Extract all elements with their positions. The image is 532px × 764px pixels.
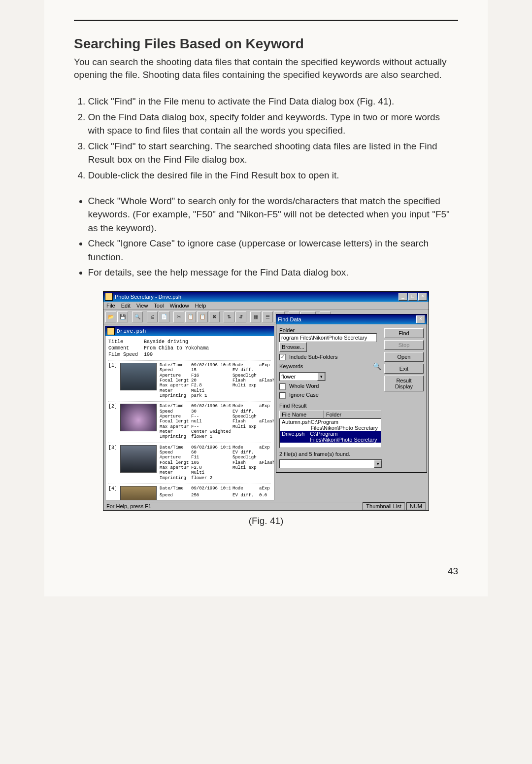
toolbar-print-icon[interactable]: 🖨: [147, 312, 158, 322]
meta-cell: Mode: [233, 445, 257, 450]
browse-button[interactable]: Browse...: [279, 342, 307, 352]
meta-cell: Focal length: [160, 460, 189, 465]
toolbar-list-icon[interactable]: ☰: [262, 312, 273, 322]
page-rule: [74, 20, 458, 21]
minimize-button[interactable]: _: [399, 293, 407, 301]
meta-cell: aExp: [259, 486, 274, 493]
toolbar-open-icon[interactable]: 📂: [105, 312, 116, 322]
steps-list: Click "Find" in the File menu to activat…: [74, 95, 458, 182]
meta-cell: F16: [191, 373, 231, 378]
include-subfolders-checkbox[interactable]: ✓: [279, 354, 286, 360]
toolbar-preview-icon[interactable]: 📄: [159, 312, 169, 322]
toolbar-cut-icon[interactable]: ✂: [173, 312, 184, 322]
toolbar-sort-rev-icon[interactable]: ⇵: [235, 312, 246, 322]
meta-cell: Multi: [191, 388, 231, 393]
menu-window[interactable]: Window: [170, 303, 189, 309]
chevron-down-icon[interactable]: ▾: [317, 373, 325, 381]
keywords-value: flower: [280, 373, 317, 381]
meta-cell: Speed: [160, 409, 189, 414]
thumbnail-image[interactable]: [120, 445, 157, 473]
exit-button[interactable]: Exit: [384, 364, 424, 374]
meta-cell: Imprinting: [160, 434, 189, 439]
list-item[interactable]: Autumn.psh C:\Program Files\Nikon\Photo …: [280, 419, 381, 431]
meta-cell: F--: [191, 424, 231, 429]
whole-word-label: Whole Word: [289, 383, 319, 389]
meta-cell: Aperture: [160, 455, 189, 460]
include-subfolders-label: Include Sub-Folders: [289, 354, 337, 360]
step-item: On the Find Data dialog box, specify fol…: [88, 110, 459, 138]
find-close-button[interactable]: ×: [416, 315, 425, 323]
find-button[interactable]: Find: [384, 328, 424, 338]
ignore-case-checkbox[interactable]: [279, 392, 286, 399]
menu-file[interactable]: File: [106, 303, 115, 309]
meta-cell: Aperture: [160, 373, 189, 378]
meta-cell: [259, 373, 274, 378]
meta-cell: EV diff.: [233, 409, 257, 414]
thumbnail-row[interactable]: [4]Date/Time09/02/1996 10:13:00ModeaExpS…: [108, 484, 271, 500]
meta-cell: Mode: [233, 486, 257, 493]
menu-edit[interactable]: Edit: [121, 303, 131, 309]
thumb-meta: Date/Time09/02/1996 10:10:00ModeaExpSpee…: [160, 445, 274, 481]
status-numlock: NUM: [406, 502, 426, 510]
toolbar-thumb-icon[interactable]: ▦: [250, 312, 261, 322]
status-bar: For Help, press F1 Thumbnail List NUM: [103, 502, 429, 510]
open-button[interactable]: Open: [384, 352, 424, 362]
list-item[interactable]: Drive.psh C:\Program Files\Nikon\Photo S…: [280, 431, 381, 443]
toolbar-save-icon[interactable]: 💾: [117, 312, 128, 322]
thumbnail-row[interactable]: [1]Date/Time09/02/1996 10:02:00ModeaExpS…: [108, 360, 271, 398]
toolbar-copy-icon[interactable]: 📋: [185, 312, 196, 322]
menu-help[interactable]: Help: [195, 303, 206, 309]
result-list[interactable]: Autumn.psh C:\Program Files\Nikon\Photo …: [279, 418, 381, 448]
meta-cell: Flash: [233, 460, 257, 465]
ignore-case-label: Ignore Case: [289, 392, 319, 398]
meta-cell: Speedlight: [233, 373, 257, 378]
meta-cell: [259, 388, 274, 393]
folder-input[interactable]: rogram Files\Nikon\Photo Secretary 2\Sam…: [279, 333, 377, 342]
note-item: Check "Ignore Case" to ignore case (uppe…: [88, 237, 459, 264]
menu-view[interactable]: View: [136, 303, 148, 309]
hdr-speed-label: Film Speed: [108, 352, 144, 357]
keywords-combo[interactable]: flower ▾: [279, 372, 326, 381]
document-pane: Drive.psh TitleBayside driving CommentFr…: [105, 326, 274, 500]
thumbnail-row[interactable]: [2]Date/Time09/02/1996 10:08:00ModeaExpS…: [108, 401, 271, 439]
meta-cell: [259, 424, 274, 429]
meta-cell: [233, 388, 257, 393]
thumbnail-image[interactable]: [120, 486, 157, 500]
col-folder[interactable]: Folder: [324, 411, 381, 418]
thumb-index: [3]: [108, 445, 117, 481]
thumbnail-row[interactable]: [3]Date/Time09/02/1996 10:10:00ModeaExpS…: [108, 443, 271, 481]
result-detail-combo[interactable]: ▾: [279, 459, 382, 468]
col-file[interactable]: File Name: [279, 411, 324, 418]
page-number: 43: [74, 566, 458, 577]
result-header: File Name Folder: [279, 411, 381, 418]
result-display-button[interactable]: Result Display: [384, 376, 424, 391]
chevron-down-icon[interactable]: ▾: [374, 460, 382, 468]
stop-button: Stop: [384, 340, 424, 350]
toolbar-delete-icon[interactable]: ✖: [209, 312, 220, 322]
toolbar-find-icon[interactable]: 🔍: [132, 312, 143, 322]
toolbar-sort-icon[interactable]: ⇅: [224, 312, 234, 322]
meta-cell: [259, 383, 274, 388]
menu-tool[interactable]: Tool: [154, 303, 164, 309]
maximize-button[interactable]: □: [408, 293, 417, 301]
toolbar-paste-icon[interactable]: 📋: [197, 312, 208, 322]
thumbnail-image[interactable]: [120, 404, 157, 431]
meta-cell: [259, 450, 274, 455]
meta-cell: flower 1: [191, 434, 231, 439]
meta-cell: 09/02/1996 10:10:00: [191, 445, 231, 450]
close-button[interactable]: ×: [418, 293, 427, 301]
meta-cell: F2.8: [191, 465, 231, 470]
meta-cell: Max aperture: [160, 383, 189, 388]
meta-cell: 20: [191, 378, 231, 383]
doc-title: Drive.psh: [117, 328, 146, 334]
thumbnail-image[interactable]: [120, 363, 157, 390]
app-titlebar[interactable]: Photo Secretary - Drive.psh _ □ ×: [103, 292, 429, 302]
meta-cell: aFlash: [259, 460, 274, 465]
meta-cell: F11: [191, 455, 231, 460]
meta-cell: Flash: [233, 419, 257, 424]
status-help: For Help, press F1: [106, 503, 151, 509]
whole-word-checkbox[interactable]: [279, 383, 286, 390]
meta-cell: [233, 393, 257, 398]
meta-cell: F--: [191, 414, 231, 419]
hdr-comment-value: From Chiba to Yokohama: [144, 346, 209, 351]
